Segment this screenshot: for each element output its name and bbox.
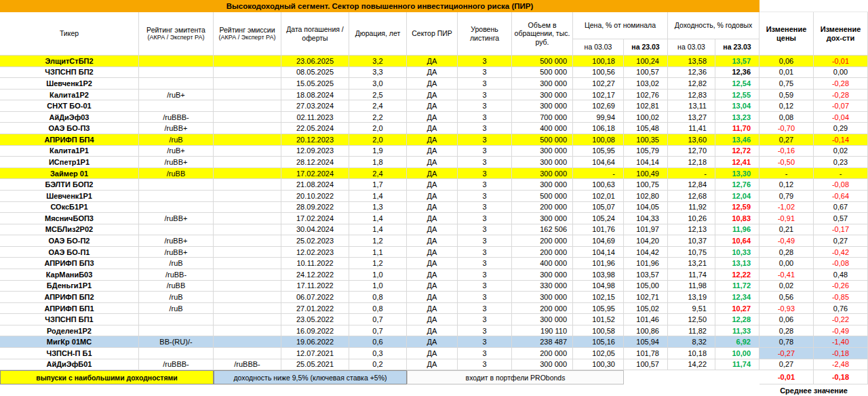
cell-maturity-date: 12.07.2021: [281, 348, 349, 359]
cell-yield-2303: 13,13: [715, 258, 760, 269]
table-row: ЧЗПСНП БП208.05.20253,3ДА3500 000100,561…: [0, 67, 868, 79]
cell-price-0303: 102,17: [573, 90, 624, 101]
cell-price-0303: 101,96: [573, 258, 624, 269]
cell-yield-2303: 11,72: [715, 281, 760, 292]
col-header-yield-2303: на 23.03: [715, 39, 760, 56]
cell-issue-rating: [214, 67, 281, 79]
cell-duration: 1,3: [349, 202, 407, 214]
cell-yield-0303: 13,11: [668, 100, 715, 112]
table-row: АйДиЭф03/ruBBB-02.11.20232,2ДА3700 00099…: [0, 112, 868, 123]
table-row: АПРИФП БП2/ruB06.07.20220,8ДА3300 000102…: [0, 292, 868, 303]
cell-ticker: ОАЭ БО-П2: [0, 235, 139, 247]
table-row: Калита1Р1/ruB+12.09.20231,9ДА3300 000105…: [0, 146, 868, 157]
cell-volume: 200 000: [512, 303, 573, 315]
cell-issuer-rating: /ruBB: [139, 168, 214, 180]
cell-price-change: -0,49: [760, 235, 814, 247]
cell-yield-0303: 13,58: [668, 56, 715, 67]
cell-listing-level: 3: [458, 269, 512, 281]
cell-issue-rating: [214, 303, 281, 315]
cell-price-0303: -: [573, 168, 624, 180]
cell-yield-change: 0,00: [814, 67, 868, 79]
cell-yield-0303: 10,26: [668, 213, 715, 224]
cell-issuer-rating: /ruB: [139, 258, 214, 269]
table-row: Шевченк1Р120.10.20221,4ДА3500 000102,011…: [0, 191, 868, 202]
cell-price-change: -1,02: [760, 202, 814, 214]
cell-pir-sector: ДА: [407, 134, 458, 146]
cell-yield-0303: 12,36: [668, 67, 715, 79]
cell-issue-rating: [214, 179, 281, 191]
cell-maturity-date: 06.07.2022: [281, 292, 349, 303]
cell-listing-level: 3: [458, 336, 512, 348]
cell-volume: 162 506: [512, 224, 573, 236]
cell-volume: 500 000: [512, 67, 573, 79]
cell-price-change: -0,16: [760, 146, 814, 157]
cell-maturity-date: 12.02.2023: [281, 247, 349, 258]
cell-listing-level: 3: [458, 235, 512, 247]
cell-yield-change: -0,22: [814, 314, 868, 325]
cell-volume: 200 000: [512, 202, 573, 214]
cell-pir-sector: ДА: [407, 247, 458, 258]
cell-duration: 3,3: [349, 67, 407, 79]
cell-issue-rating: [214, 56, 281, 67]
cell-volume: 300 000: [512, 90, 573, 101]
cell-issue-rating: [214, 325, 281, 337]
cell-issuer-rating: /ruBB+: [139, 235, 214, 247]
cell-issue-rating: [214, 336, 281, 348]
cell-price-2303: 101,97: [624, 224, 668, 236]
banner-spacer: [760, 0, 868, 12]
cell-price-0303: 99,94: [573, 112, 624, 123]
cell-yield-change: 0,48: [814, 269, 868, 281]
cell-yield-0303: 11,92: [668, 202, 715, 214]
cell-yield-2303: 12,59: [715, 202, 760, 214]
col-header-price-group: Цена, % от номинала: [573, 12, 668, 39]
table-row: Шевченк1Р215.05.20253,0ДА3300 000102,271…: [0, 78, 868, 90]
cell-yield-0303: 11,98: [668, 281, 715, 292]
cell-maturity-date: 16.09.2022: [281, 325, 349, 337]
cell-volume: 300 000: [512, 168, 573, 180]
cell-listing-level: 3: [458, 56, 512, 67]
cell-volume: 700 000: [512, 112, 573, 123]
cell-issuer-rating: /ruB+: [139, 90, 214, 101]
cell-listing-level: 3: [458, 179, 512, 191]
cell-ticker: МясничБОП3: [0, 213, 139, 224]
col-header-price-2303: на 23.03: [624, 39, 668, 56]
cell-yield-0303: 12,50: [668, 314, 715, 325]
cell-issue-rating: [214, 191, 281, 202]
bond-table-body: ЭлщитСтБП223.06.20253,2ДА3500 000100,181…: [0, 56, 868, 370]
cell-price-0303: 102,05: [573, 348, 624, 359]
cell-issuer-rating: /ruBB: [139, 281, 214, 292]
table-row: ОАЭ БО-П3/ruBB+22.05.20242,0ДА3400 00010…: [0, 123, 868, 134]
cell-maturity-date: 23.05.2022: [281, 314, 349, 325]
table-row: СНХТ БО-0127.03.20242,4ДА3300 000102,691…: [0, 100, 868, 112]
cell-price-0303: 105,95: [573, 146, 624, 157]
cell-listing-level: 3: [458, 325, 512, 337]
cell-yield-2303: 12,41: [715, 157, 760, 168]
cell-volume: 300 000: [512, 213, 573, 224]
table-row: МигКр 01МСBB-(RU)/-19.06.20220,6ДА3238 4…: [0, 336, 868, 348]
cell-listing-level: 3: [458, 134, 512, 146]
cell-listing-level: 3: [458, 90, 512, 101]
cell-duration: 1,8: [349, 157, 407, 168]
cell-price-change: 0,28: [760, 325, 814, 337]
cell-issuer-rating: /ruB: [139, 134, 214, 146]
cell-price-0303: 102,15: [573, 292, 624, 303]
cell-price-0303: 100,56: [573, 67, 624, 79]
cell-volume: 400 000: [512, 258, 573, 269]
cell-maturity-date: 19.06.2022: [281, 336, 349, 348]
cell-price-2303: 100,86: [624, 325, 668, 337]
cell-yield-2303: 12,34: [715, 292, 760, 303]
cell-ticker: ОАЭ БО-П3: [0, 123, 139, 134]
cell-price-0303: 101,76: [573, 224, 624, 236]
cell-yield-0303: 12,70: [668, 146, 715, 157]
cell-duration: 0,8: [349, 303, 407, 315]
cell-ticker: ЧЗПСНП БП2: [0, 67, 139, 79]
cell-maturity-date: 28.09.2022: [281, 202, 349, 214]
cell-price-2303: 100,02: [624, 112, 668, 123]
cell-yield-2303: 11,96: [715, 224, 760, 236]
col-header-pir-sector: Сектор ПИР: [407, 12, 458, 56]
cell-duration: 1,0: [349, 269, 407, 281]
cell-volume: 300 000: [512, 292, 573, 303]
cell-yield-0303: 12,84: [668, 179, 715, 191]
cell-issuer-rating: /ruB: [139, 303, 214, 315]
cell-yield-0303: 8,32: [668, 336, 715, 348]
